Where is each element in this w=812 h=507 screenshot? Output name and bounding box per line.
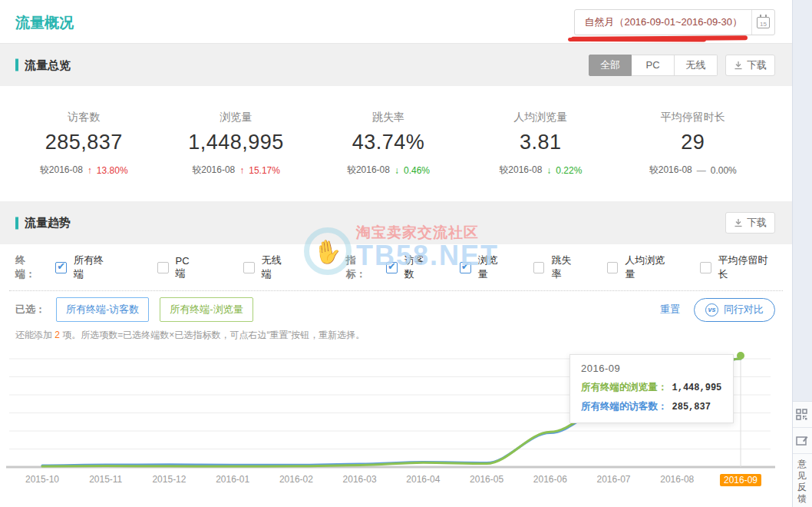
- checkbox-all-terminals[interactable]: 所有终端: [55, 254, 113, 281]
- checkbox-metric-visitors[interactable]: 访客数: [386, 254, 434, 281]
- qr-code-button[interactable]: [793, 402, 812, 428]
- checkbox-icon[interactable]: [607, 262, 619, 273]
- stat-bounce-rate: 跳失率 43.74% 较2016-08 ↓ 0.46%: [331, 111, 446, 177]
- stat-pageviews: 浏览量 1,448,995 较2016-08 ↑ 15.17%: [179, 111, 294, 177]
- tooltip-row-visitors: 所有终端的访客数： 285,837: [581, 400, 722, 413]
- overview-download-button[interactable]: 下载: [725, 55, 775, 76]
- peer-compare-button[interactable]: vs 同行对比: [694, 298, 775, 322]
- checkbox-pc-terminal[interactable]: PC端: [157, 255, 199, 280]
- overview-section-header: 流量总览 全部 PC 无线 下载: [0, 44, 792, 86]
- x-label: 2016-07: [597, 474, 631, 485]
- trend-line-chart[interactable]: 2015-102015-112015-122016-012016-022016-…: [0, 348, 792, 495]
- x-label: 2016-02: [279, 474, 313, 485]
- trend-arrow-icon: ↓: [546, 165, 551, 176]
- checkbox-icon[interactable]: [243, 262, 255, 273]
- x-label: 2016-03: [343, 474, 377, 485]
- tab-pc[interactable]: PC: [632, 55, 675, 76]
- traffic-analytics-page: 流量概况 自然月（2016-09-01~2016-09-30） 15 流量总览 …: [0, 0, 812, 507]
- date-range-value[interactable]: 自然月（2016-09-01~2016-09-30）: [575, 10, 751, 35]
- checkbox-metric-views-per-visitor[interactable]: 人均浏览量: [607, 254, 674, 281]
- download-icon: [734, 61, 743, 70]
- feedback-form-button[interactable]: [793, 428, 812, 454]
- x-label: 2016-08: [660, 474, 694, 485]
- checkbox-wireless-terminal[interactable]: 无线端: [243, 254, 291, 281]
- trend-arrow-icon: ↓: [394, 165, 399, 176]
- trend-arrow-icon: ↑: [239, 165, 244, 176]
- x-label: 2016-06: [533, 474, 567, 485]
- stats-row: 访客数 285,837 较2016-08 ↑ 13.80% 浏览量 1,448,…: [0, 86, 792, 201]
- qr-code-icon: [796, 409, 807, 420]
- right-side-strip: 意见 反馈: [792, 0, 812, 507]
- checkbox-icon[interactable]: [460, 262, 471, 273]
- checkbox-metric-stay-time[interactable]: 平均停留时长: [700, 254, 777, 281]
- feedback-label[interactable]: 意见 反馈: [793, 454, 812, 507]
- vs-icon: vs: [705, 303, 718, 316]
- x-label: 2016-04: [406, 474, 440, 485]
- x-label: 2015-10: [25, 474, 59, 485]
- overview-section-title: 流量总览: [15, 58, 71, 72]
- trend-filters-row: 终端： 所有终端 PC端 无线端 指标： 访客数 浏览量: [0, 244, 792, 290]
- trend-section-header: 流量趋势 下载: [0, 201, 792, 244]
- tab-all[interactable]: 全部: [589, 55, 632, 76]
- terminal-tab-group: 全部 PC 无线: [589, 55, 718, 76]
- page-title: 流量概况: [15, 13, 74, 33]
- trend-arrow-icon: —: [697, 165, 706, 176]
- tag-all-terminals-visitors[interactable]: 所有终端-访客数: [56, 297, 149, 322]
- stat-avg-stay-time: 平均停留时长 29 较2016-08 — 0.00%: [635, 111, 751, 177]
- checkbox-icon[interactable]: [55, 262, 67, 273]
- selected-series-row: 已选： 所有终端-访客数 所有终端-浏览量 重置 vs 同行对比: [0, 291, 792, 328]
- selected-label: 已选：: [15, 303, 45, 316]
- calendar-icon: 15: [757, 17, 770, 28]
- tooltip-date: 2016-09: [581, 363, 722, 374]
- feedback-widget: 意见 反馈: [793, 401, 812, 507]
- checkbox-icon[interactable]: [386, 262, 398, 273]
- x-label-highlighted: 2016-09: [720, 474, 761, 486]
- section-bar-icon: [15, 217, 18, 229]
- stat-views-per-visitor: 人均浏览量 3.81 较2016-08 ↓ 0.22%: [483, 111, 598, 177]
- calendar-button[interactable]: 15: [751, 10, 774, 35]
- x-label: 2016-01: [216, 474, 249, 485]
- date-range-picker[interactable]: 自然月（2016-09-01~2016-09-30） 15: [574, 9, 775, 35]
- chart-tooltip: 2016-09 所有终端的浏览量： 1,448,995 所有终端的访客数： 28…: [569, 354, 734, 423]
- metric-filter-label: 指标：: [346, 254, 375, 281]
- download-icon: [734, 218, 743, 227]
- terminal-filter-label: 终端：: [15, 254, 45, 281]
- x-label: 2016-05: [470, 474, 503, 485]
- tab-wireless[interactable]: 无线: [675, 55, 718, 76]
- tag-all-terminals-pageviews[interactable]: 所有终端-浏览量: [160, 297, 253, 322]
- trend-section-title: 流量趋势: [15, 216, 71, 230]
- trend-arrow-icon: ↑: [87, 165, 92, 176]
- checkbox-icon[interactable]: [700, 262, 711, 273]
- x-label: 2015-12: [152, 474, 186, 485]
- checkbox-icon[interactable]: [533, 262, 545, 273]
- tooltip-row-pageviews: 所有终端的浏览量： 1,448,995: [581, 381, 722, 394]
- checkbox-icon[interactable]: [157, 262, 169, 273]
- trend-download-button[interactable]: 下载: [725, 212, 775, 234]
- checkbox-metric-bounce[interactable]: 跳失率: [533, 254, 581, 281]
- reset-button[interactable]: 重置: [660, 303, 680, 316]
- main-content: 流量概况 自然月（2016-09-01~2016-09-30） 15 流量总览 …: [0, 0, 792, 507]
- selection-hint: 还能添加 2 项。所选项数=已选终端数×已选指标数，可点右边“重置”按钮，重新选…: [0, 328, 792, 345]
- section-bar-icon: [15, 59, 18, 71]
- red-underline-annotation: [571, 35, 748, 41]
- x-label: 2015-11: [89, 474, 122, 485]
- checkbox-metric-pageviews[interactable]: 浏览量: [460, 254, 507, 281]
- stat-visitors: 访客数 285,837 较2016-08 ↑ 13.80%: [26, 111, 141, 177]
- top-header: 流量概况 自然月（2016-09-01~2016-09-30） 15: [0, 0, 792, 44]
- edit-note-icon: [796, 435, 808, 446]
